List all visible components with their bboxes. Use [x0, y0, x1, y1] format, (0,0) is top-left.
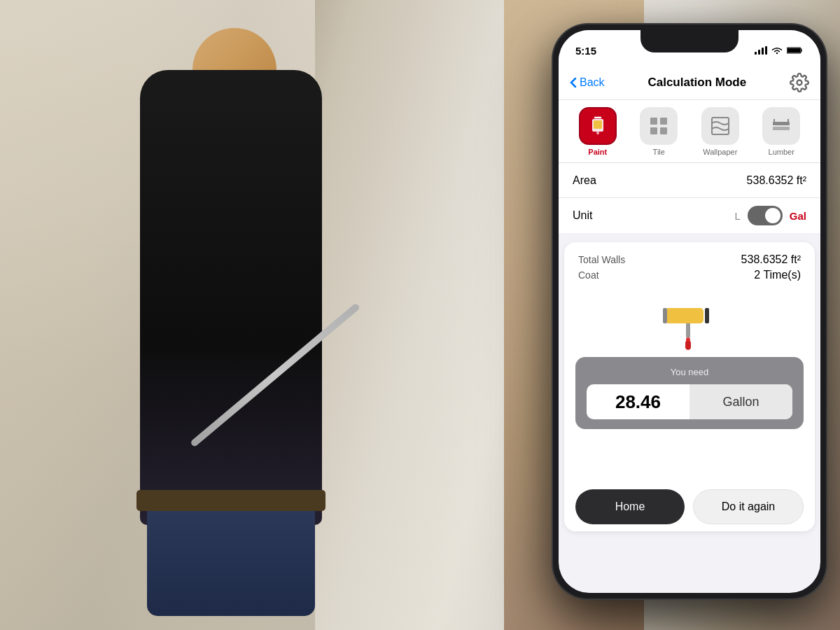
tile-tab-icon: [640, 107, 678, 145]
svg-rect-4: [594, 120, 602, 129]
total-walls-value: 538.6352 ft²: [741, 253, 801, 266]
do-it-again-button[interactable]: Do it again: [693, 489, 804, 524]
paint-roller-svg: [654, 298, 724, 354]
svg-rect-16: [686, 323, 690, 337]
svg-rect-9: [660, 127, 667, 134]
wifi-icon: [771, 46, 783, 55]
svg-rect-15: [705, 308, 709, 323]
amount-section: You need 28.46 Gallon: [575, 357, 804, 429]
phone-notch: [640, 30, 738, 52]
svg-rect-1: [788, 48, 800, 52]
svg-point-5: [596, 132, 599, 134]
tool-belt: [136, 490, 326, 511]
amount-number: 28.46: [587, 391, 690, 413]
wallpaper-tab-icon: [701, 107, 739, 145]
home-button[interactable]: Home: [575, 489, 685, 524]
area-label: Area: [573, 174, 596, 187]
person-pants: [147, 497, 315, 616]
settings-icon[interactable]: [790, 73, 809, 92]
status-icons: [755, 46, 804, 55]
area-row: Area 538.6352 ft²: [559, 163, 820, 198]
phone-screen: 5:15: [559, 30, 820, 593]
total-walls-label: Total Walls: [578, 254, 625, 265]
unit-l-label: L: [734, 210, 740, 222]
person-figure: [84, 14, 392, 616]
lumber-icon: [770, 115, 792, 137]
amount-display: 28.46 Gallon: [587, 384, 792, 419]
roller-illustration: [564, 287, 815, 357]
you-need-label: You need: [587, 367, 792, 377]
paint-bucket-icon: [587, 115, 609, 137]
svg-rect-11: [773, 122, 790, 125]
svg-rect-14: [663, 308, 667, 323]
unit-row: Unit L Gal: [559, 198, 820, 233]
status-time: 5:15: [575, 45, 596, 57]
svg-rect-8: [650, 127, 657, 134]
svg-point-2: [797, 80, 802, 85]
result-card: Total Walls 538.6352 ft² Coat 2 Time(s): [564, 242, 815, 531]
coat-value: 2 Time(s): [754, 269, 801, 281]
nav-bar: Back Calculation Mode: [559, 65, 820, 100]
mode-tabs: Paint Tile: [559, 100, 820, 163]
tile-icon: [648, 115, 670, 137]
nav-back-button[interactable]: Back: [570, 76, 605, 89]
unit-toggle[interactable]: L Gal: [734, 206, 806, 225]
amount-unit: Gallon: [690, 384, 792, 419]
svg-rect-10: [712, 118, 729, 134]
signal-icon: [755, 46, 767, 55]
svg-rect-12: [773, 127, 790, 130]
paint-tab-label: Paint: [588, 148, 607, 156]
total-walls-row: Total Walls 538.6352 ft²: [578, 253, 801, 266]
svg-rect-7: [660, 118, 667, 125]
svg-rect-13: [665, 308, 704, 323]
home-button-label: Home: [615, 500, 645, 513]
nav-title: Calculation Mode: [648, 76, 746, 90]
bottom-buttons: Home Do it again: [564, 489, 815, 524]
tab-lumber[interactable]: Lumber: [751, 107, 813, 156]
svg-rect-18: [685, 341, 691, 349]
wallpaper-tab-label: Wallpaper: [703, 148, 737, 156]
unit-label: Unit: [573, 209, 592, 222]
svg-rect-6: [650, 118, 657, 125]
battery-icon: [787, 46, 804, 55]
unit-gal-label: Gal: [790, 210, 806, 222]
do-it-again-label: Do it again: [722, 500, 776, 513]
paint-tab-icon: [579, 107, 617, 145]
unit-toggle-switch[interactable]: [748, 206, 783, 225]
tile-tab-label: Tile: [653, 148, 665, 156]
coat-label: Coat: [578, 270, 599, 281]
tab-wallpaper[interactable]: Wallpaper: [690, 107, 751, 156]
coat-row: Coat 2 Time(s): [578, 269, 801, 281]
tab-paint[interactable]: Paint: [567, 107, 629, 156]
result-info: Total Walls 538.6352 ft² Coat 2 Time(s): [564, 242, 815, 287]
back-chevron-icon: [570, 77, 577, 88]
lumber-tab-icon: [762, 107, 800, 145]
tab-tile[interactable]: Tile: [629, 107, 690, 156]
toggle-knob: [765, 208, 780, 223]
phone-frame: 5:15: [553, 24, 826, 598]
lumber-tab-label: Lumber: [769, 148, 794, 156]
area-value: 538.6352 ft²: [747, 174, 806, 187]
person-body: [140, 70, 322, 525]
back-label: Back: [580, 76, 605, 89]
info-section: Area 538.6352 ft² Unit L Gal: [559, 163, 820, 233]
wallpaper-icon: [709, 115, 732, 137]
